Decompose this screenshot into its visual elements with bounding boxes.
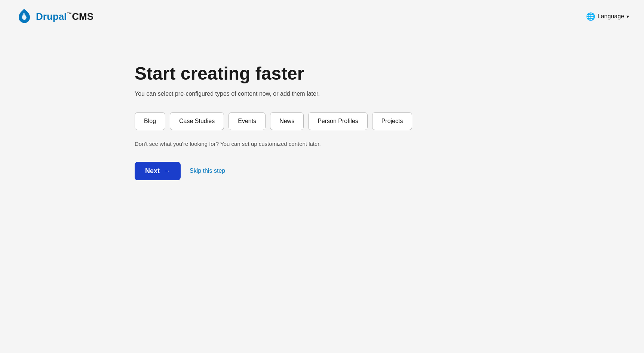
arrow-right-icon: →	[163, 167, 170, 175]
content-type-events[interactable]: Events	[229, 112, 266, 130]
main-content: Start creating faster You can select pre…	[0, 33, 644, 180]
logo: Drupal™CMS	[15, 7, 93, 25]
language-selector[interactable]: 🌐 Language ▾	[586, 12, 629, 21]
next-button-label: Next	[145, 167, 160, 175]
helper-text: Don't see what you're looking for? You c…	[135, 141, 644, 147]
page-subtitle: You can select pre-configured types of c…	[135, 90, 644, 97]
content-types-list: Blog Case Studies Events News Person Pro…	[135, 112, 644, 130]
globe-icon: 🌐	[586, 12, 595, 21]
page-title: Start creating faster	[135, 63, 644, 85]
skip-this-step-link[interactable]: Skip this step	[190, 168, 225, 174]
content-type-person-profiles[interactable]: Person Profiles	[308, 112, 368, 130]
next-button[interactable]: Next →	[135, 162, 181, 180]
logo-text: Drupal™CMS	[36, 11, 93, 22]
content-type-news[interactable]: News	[270, 112, 304, 130]
content-type-case-studies[interactable]: Case Studies	[170, 112, 224, 130]
actions-row: Next → Skip this step	[135, 162, 644, 180]
chevron-down-icon: ▾	[626, 13, 629, 19]
content-type-projects[interactable]: Projects	[372, 112, 413, 130]
drupal-logo-icon	[15, 7, 33, 25]
page-header: Drupal™CMS 🌐 Language ▾	[0, 0, 644, 33]
language-label: Language	[598, 13, 624, 20]
content-type-blog[interactable]: Blog	[135, 112, 165, 130]
